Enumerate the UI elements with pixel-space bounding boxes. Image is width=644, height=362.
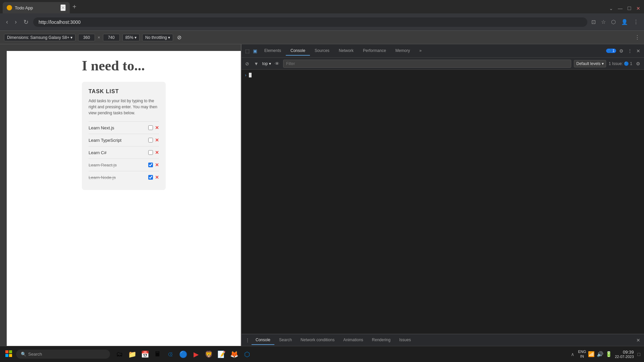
task-delete-2[interactable]: ✕ <box>155 137 159 143</box>
taskbar: 🔍 Search 🗂 📁 📅 🖩 ⟃ 🔵 ▶ <box>0 346 644 362</box>
tab-sources[interactable]: Sources <box>310 46 334 56</box>
bottom-tab-animations[interactable]: Animations <box>339 336 367 345</box>
height-input[interactable] <box>103 34 120 41</box>
devtools-close-button[interactable]: ✕ <box>635 47 641 55</box>
taskbar-brave-icon[interactable]: 🦁 <box>203 349 214 360</box>
reload-button[interactable]: ↻ <box>21 17 31 27</box>
console-toolbar: ⊘ ▼ top ▾ 👁 Default levels ▾ 1 Issue: 🔵 … <box>241 58 644 70</box>
browser-viewport: I need to... TASK LIST Add tasks to your… <box>0 44 241 346</box>
windows-logo-icon <box>5 350 12 357</box>
menu-button[interactable]: ⋮ <box>632 17 640 26</box>
task-delete-1[interactable]: ✕ <box>155 125 159 130</box>
console-eye-button[interactable]: 👁 <box>274 60 280 67</box>
devtools-device-button[interactable]: ▣ <box>252 47 258 55</box>
task-label-5: Learn Node.js <box>89 175 148 180</box>
task-label-4: Learn React.js <box>89 163 148 168</box>
tab-search-button[interactable]: ⌄ <box>608 5 614 12</box>
brave-icon: 🦁 <box>205 350 213 358</box>
extensions-button[interactable]: ⬡ <box>610 17 617 26</box>
ruler-vertical <box>0 51 7 346</box>
address-bar: ‹ › ↻ ⊡ ☆ ⬡ 👤 ⋮ <box>0 13 644 31</box>
console-filter-input[interactable] <box>283 60 571 68</box>
task-delete-3[interactable]: ✕ <box>155 150 159 155</box>
taskbar-vscode-icon[interactable]: ⬡ <box>241 349 252 360</box>
back-button[interactable]: ‹ <box>4 17 10 27</box>
task-checkbox-3[interactable] <box>148 150 153 155</box>
zoom-selector[interactable]: 85% ▾ <box>122 34 140 41</box>
console-settings-button[interactable]: ⚙ <box>635 60 641 67</box>
devtools-settings-button[interactable]: ⚙ <box>618 47 625 55</box>
console-context-label[interactable]: top ▾ <box>262 61 271 66</box>
task-controls-2: ✕ <box>148 137 159 143</box>
close-window-button[interactable]: ✕ <box>635 5 641 12</box>
new-tab-button[interactable]: + <box>71 2 78 12</box>
bottom-tab-issues[interactable]: Issues <box>395 336 415 345</box>
tab-more[interactable]: » <box>415 46 426 56</box>
no-throttle-icon[interactable]: ⊘ <box>177 34 181 41</box>
console-levels-selector[interactable]: Default levels ▾ <box>574 60 606 67</box>
page-area: I need to... TASK LIST Add tasks to your… <box>7 51 241 346</box>
ruler-horizontal <box>0 44 241 51</box>
taskbar-folder-icon[interactable]: 📁 <box>127 349 138 360</box>
width-input[interactable] <box>78 34 95 41</box>
main-area: I need to... TASK LIST Add tasks to your… <box>0 44 644 346</box>
profile-button[interactable]: 👤 <box>620 17 629 26</box>
devtools-bottom-tabs: ⋮ Console Search Network conditions Anim… <box>241 334 644 346</box>
address-input[interactable] <box>33 17 587 27</box>
maximize-button[interactable]: ☐ <box>626 5 633 12</box>
bookmark-button[interactable]: ☆ <box>600 17 607 26</box>
bottom-tab-search[interactable]: Search <box>275 336 296 345</box>
tab-network[interactable]: Network <box>334 46 358 56</box>
forward-button[interactable]: › <box>13 17 19 27</box>
console-clear-button[interactable]: ⊘ <box>244 60 250 67</box>
task-controls-1: ✕ <box>148 125 159 130</box>
device-selector[interactable]: Dimensions: Samsung Galaxy S8+ ▾ <box>4 34 75 41</box>
svg-rect-3 <box>9 354 12 357</box>
cast-button[interactable]: ⊡ <box>590 17 597 26</box>
taskbar-calendar-icon[interactable]: 📅 <box>140 349 150 360</box>
task-label-3: Learn C# <box>89 150 148 155</box>
tray-chevron-button[interactable]: ∧ <box>570 351 575 358</box>
task-checkbox-1[interactable] <box>148 125 153 130</box>
taskbar-sticky-notes-icon[interactable]: 📝 <box>216 349 227 360</box>
system-clock[interactable]: 09:39 22-07-2023 <box>615 350 634 359</box>
console-cursor[interactable] <box>249 73 252 77</box>
taskbar-edge-icon[interactable]: ⟃ <box>165 349 176 360</box>
notifications-button[interactable]: □ <box>637 351 641 358</box>
bottom-tabs-more-button[interactable]: ⋮ <box>244 337 251 344</box>
taskbar-chrome-icon[interactable]: 🔵 <box>178 349 189 360</box>
devtools-more-button[interactable]: ⋮ <box>627 47 633 55</box>
taskbar-file-explorer-icon[interactable]: 🗂 <box>114 349 125 360</box>
todo-app-heading: I need to... <box>82 58 166 74</box>
taskbar-youtube-icon[interactable]: ▶ <box>191 349 201 360</box>
tab-console[interactable]: Console <box>286 46 310 56</box>
taskbar-firefox-icon[interactable]: 🦊 <box>229 349 239 360</box>
bottom-tab-network-conditions[interactable]: Network conditions <box>297 336 338 345</box>
taskbar-tray: ∧ ENG IN 📶 🔊 🔋 09:39 22-07-2023 □ <box>570 350 641 359</box>
throttle-selector[interactable]: No throttling ▾ <box>142 34 173 41</box>
task-delete-5[interactable]: ✕ <box>155 175 159 180</box>
taskbar-search-bar[interactable]: 🔍 Search <box>16 350 110 359</box>
start-button[interactable] <box>3 349 15 359</box>
task-checkbox-5[interactable] <box>148 175 153 180</box>
bottom-tab-console[interactable]: Console <box>252 336 274 345</box>
taskbar-calculator-icon[interactable]: 🖩 <box>152 349 163 360</box>
task-checkbox-2[interactable] <box>148 138 153 142</box>
task-list-card: TASK LIST Add tasks to your list by typi… <box>82 82 166 190</box>
bottom-tab-rendering[interactable]: Rendering <box>368 336 394 345</box>
tab-performance[interactable]: Performance <box>358 46 391 56</box>
console-filter-icon[interactable]: ▼ <box>253 60 260 67</box>
browser-tab-active[interactable]: Todo App ✕ <box>3 2 70 13</box>
toolbar-more-button[interactable]: ⋮ <box>635 34 640 41</box>
task-item-5: Learn Node.js ✕ <box>89 171 159 183</box>
task-delete-4[interactable]: ✕ <box>155 162 159 168</box>
task-item-2: Learn TypeScript ✕ <box>89 134 159 146</box>
bottom-close-button[interactable]: ✕ <box>635 337 641 344</box>
calculator-icon: 🖩 <box>154 350 161 358</box>
minimize-button[interactable]: — <box>617 5 624 12</box>
tab-close-button[interactable]: ✕ <box>60 4 66 11</box>
tab-memory[interactable]: Memory <box>391 46 415 56</box>
devtools-inspect-button[interactable]: ⬚ <box>244 47 251 55</box>
task-checkbox-4[interactable] <box>148 163 153 167</box>
tab-elements[interactable]: Elements <box>260 46 286 56</box>
